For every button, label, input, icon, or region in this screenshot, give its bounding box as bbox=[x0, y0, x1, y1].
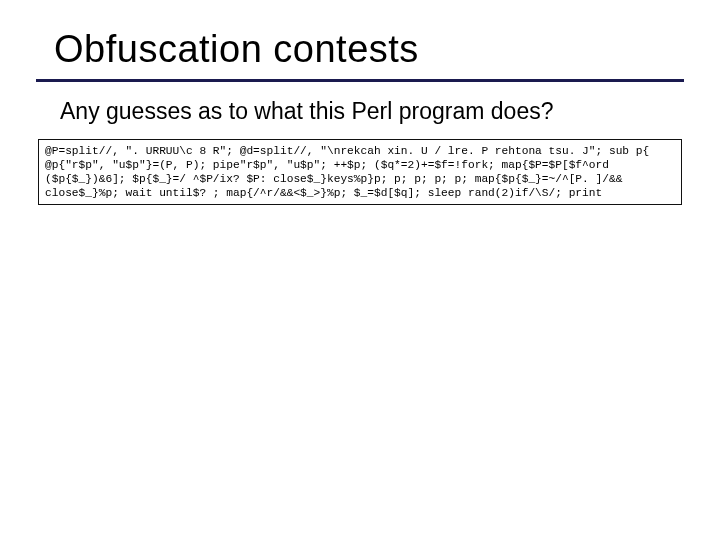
code-line: @p{"r$p", "u$p"}=(P, P); pipe"r$p", "u$p… bbox=[45, 159, 609, 171]
slide-subtitle: Any guesses as to what this Perl program… bbox=[36, 82, 684, 125]
slide-title: Obfuscation contests bbox=[54, 28, 684, 71]
code-block: @P=split//, ". URRUU\c 8 R"; @d=split//,… bbox=[38, 139, 682, 205]
slide: Obfuscation contests Any guesses as to w… bbox=[0, 0, 720, 540]
code-line: ($p{$_})&6]; $p{$_}=/ ^$P/ix? $P: close$… bbox=[45, 173, 622, 185]
code-line: close$_}%p; wait until$? ; map{/^r/&&<$_… bbox=[45, 187, 602, 199]
code-line: @P=split//, ". URRUU\c 8 R"; @d=split//,… bbox=[45, 145, 649, 157]
title-block: Obfuscation contests bbox=[36, 28, 684, 82]
